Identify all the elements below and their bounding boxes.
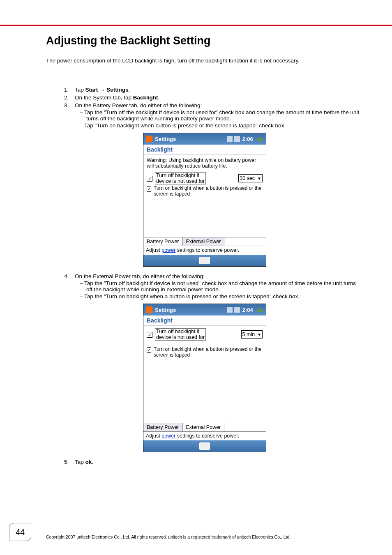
footer-pre: Adjust: [146, 247, 161, 253]
ok-button[interactable]: ok: [257, 136, 263, 142]
clock: 2:04: [242, 307, 253, 313]
step-5-pre: Tap: [75, 459, 85, 465]
signal-icon: [227, 136, 233, 142]
screenshot-battery-power: Settings 2:06 ok Backlight Warning: Usin…: [143, 133, 266, 267]
footer-pre: Adjust: [146, 433, 161, 439]
step-1: 1.Tap Start → Settings.: [64, 87, 363, 93]
wm-subtitle: Backlight: [143, 145, 266, 155]
heading-rule: [46, 50, 363, 50]
step-2-b1: Backlight: [133, 94, 158, 101]
step-5-post: .: [92, 459, 93, 465]
page-heading: Adjusting the Backlight Setting: [46, 35, 363, 47]
tab-external-power[interactable]: External Power: [183, 237, 225, 246]
power-link[interactable]: power: [161, 247, 175, 253]
status-icons: [227, 136, 240, 142]
header-red-rule: [0, 25, 392, 26]
warning-text: Warning: Using backlight while on batter…: [147, 157, 263, 169]
cb1-line1: Turn off backlight if: [156, 173, 199, 178]
wm-subtitle: Backlight: [143, 315, 266, 326]
footer-post: settings to conserve power.: [175, 247, 239, 253]
screenshot-external-power: Settings 2:04 ok Backlight Turn off back…: [143, 304, 266, 452]
step-3-num: 3.: [64, 102, 75, 108]
step-2-pre: On the System tab, tap: [75, 94, 133, 101]
checkbox-turn-on-backlight[interactable]: [147, 347, 151, 353]
step-2: 2.On the System tab, tap Backlight.: [64, 94, 363, 101]
clock: 2:06: [242, 136, 253, 142]
step-5-num: 5.: [64, 459, 75, 465]
keyboard-icon[interactable]: [199, 257, 210, 264]
step-3-sub-2: Tap "Turn on backlight when button is pr…: [80, 122, 363, 129]
wm-title: Settings: [155, 136, 224, 142]
wm-bottombar: [143, 255, 266, 266]
step-4: 4.On the External Power tab, do either o…: [64, 273, 363, 299]
step-1-arrow: →: [98, 87, 106, 93]
step-1-b1: Start: [85, 87, 98, 93]
step-4-sub-2: Tap the "Turn on backlight when a button…: [80, 293, 363, 299]
timeout-select[interactable]: 30 sec ▼: [238, 174, 263, 182]
status-icons: [227, 307, 240, 313]
wm-tabs: Battery Power External Power: [143, 237, 266, 246]
cb1-line2: device is not used for: [156, 178, 205, 184]
wm-body: Turn off backlight if device is not used…: [143, 326, 266, 423]
checkbox-2-label: Turn on backlight when a button is press…: [154, 185, 263, 197]
timeout-select-value: 5 min: [242, 332, 255, 337]
power-link[interactable]: power: [161, 433, 175, 439]
step-3-sub-1: Tap the "Turn off the backlight if devic…: [80, 109, 363, 122]
page-number: 44: [9, 523, 31, 541]
start-flag-icon[interactable]: [146, 136, 152, 142]
checkbox-1-label: Turn off backlight if device is not used…: [155, 172, 206, 184]
timeout-select[interactable]: 5 min ▼: [241, 330, 263, 339]
chevron-down-icon: ▼: [257, 332, 261, 337]
timeout-select-value: 30 sec: [240, 175, 255, 181]
step-5-b1: ok: [85, 459, 92, 465]
wm-titlebar: Settings 2:04 ok: [143, 304, 266, 315]
wm-titlebar: Settings 2:06 ok: [143, 133, 266, 145]
step-1-b2: Settings: [106, 87, 128, 93]
cb1-line2: device is not used for: [156, 334, 205, 340]
step-1-num: 1.: [64, 87, 75, 93]
tab-battery-power[interactable]: Battery Power: [143, 237, 183, 246]
wm-footer-text: Adjust power settings to conserve power.: [143, 246, 266, 255]
step-2-num: 2.: [64, 94, 75, 101]
wm-body: Warning: Using backlight while on batter…: [143, 155, 266, 237]
wm-title: Settings: [155, 307, 224, 313]
intro-text: The power consumption of the LCD backlig…: [46, 58, 363, 64]
tab-external-power[interactable]: External Power: [183, 423, 225, 431]
step-4-sub-1: Tap the "Turn off backlight if device is…: [80, 280, 363, 292]
checkbox-turn-off-backlight[interactable]: [147, 332, 152, 338]
wm-bottombar: [143, 440, 266, 452]
checkbox-turn-off-backlight[interactable]: [147, 176, 152, 182]
tab-battery-power[interactable]: Battery Power: [143, 423, 183, 431]
volume-icon: [234, 136, 240, 142]
step-4-text: On the External Power tab, do either of …: [75, 273, 205, 279]
footer-post: settings to conserve power.: [175, 433, 239, 439]
step-4-num: 4.: [64, 273, 75, 279]
step-2-post: .: [158, 94, 160, 101]
checkbox-turn-on-backlight[interactable]: [147, 186, 151, 192]
step-3: 3.On the Battery Power tab, do either of…: [64, 102, 363, 129]
copyright-footer: Copyright 2007 unitech Electronics Co., …: [46, 534, 382, 539]
step-1-post: .: [129, 87, 130, 93]
signal-icon: [227, 307, 233, 313]
volume-icon: [234, 307, 240, 313]
cb1-line1: Turn off backlight if: [156, 329, 199, 334]
checkbox-1-label: Turn off backlight if device is not used…: [155, 328, 206, 341]
step-1-pre: Tap: [75, 87, 85, 93]
chevron-down-icon: ▼: [257, 176, 261, 181]
wm-footer-text: Adjust power settings to conserve power.: [143, 431, 266, 440]
step-5: 5.Tap ok.: [64, 459, 363, 465]
start-flag-icon[interactable]: [146, 306, 152, 313]
checkbox-2-label: Turn on backlight when a button is press…: [154, 346, 263, 358]
wm-tabs: Battery Power External Power: [143, 423, 266, 431]
ok-button[interactable]: ok: [257, 307, 263, 313]
keyboard-icon[interactable]: [199, 442, 210, 450]
step-3-text: On the Battery Power tab, do either of t…: [75, 102, 202, 108]
